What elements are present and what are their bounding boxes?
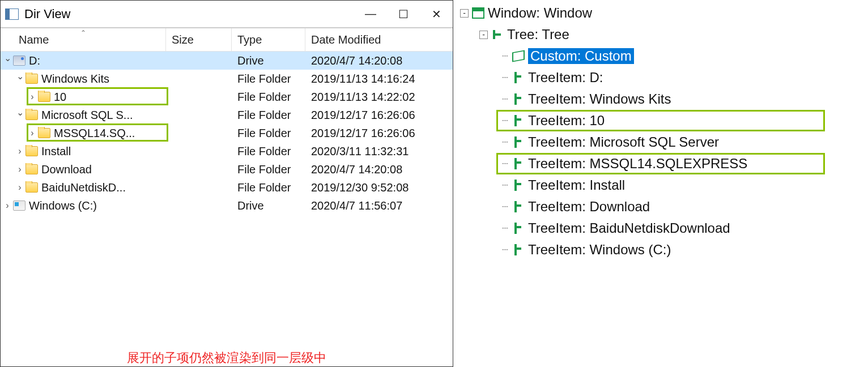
folder-icon xyxy=(25,74,38,84)
item-name: Install xyxy=(41,145,71,158)
ui-tree-row[interactable]: ┄TreeItem: Windows Kits xyxy=(460,88,868,110)
ui-tree-row[interactable]: ┄Custom: Custom xyxy=(460,45,868,67)
tree-item-label: TreeItem: BaiduNetdiskDownload xyxy=(528,220,730,236)
tree-connector-icon: ┄ xyxy=(499,136,511,148)
tree-row[interactable]: Microsoft SQL S...File Folder2019/12/17 … xyxy=(1,106,453,124)
item-date: 2020/4/7 11:56:07 xyxy=(305,199,453,212)
ui-tree-row[interactable]: ┄TreeItem: 10 xyxy=(460,110,868,131)
ui-tree-row[interactable]: ┄TreeItem: Install xyxy=(460,174,868,196)
item-type: File Folder xyxy=(232,181,305,194)
ui-tree-row[interactable]: ┄TreeItem: Windows (C:) xyxy=(460,239,868,261)
close-button[interactable]: ✕ xyxy=(420,1,453,27)
treeitem-icon xyxy=(512,223,525,234)
tree-row[interactable]: MSSQL14.SQ...File Folder2019/12/17 16:26… xyxy=(1,124,453,142)
tree-row[interactable]: DownloadFile Folder2020/4/7 14:20:08 xyxy=(1,160,453,178)
collapse-toggle-icon[interactable]: - xyxy=(460,9,469,18)
folder-icon xyxy=(25,164,38,174)
treeitem-icon xyxy=(512,136,525,148)
folder-icon xyxy=(25,146,38,156)
treeitem-icon xyxy=(512,244,525,255)
file-tree-body: D:Drive2020/4/7 14:20:08Windows KitsFile… xyxy=(1,52,453,339)
tree-connector-icon: ┄ xyxy=(499,222,511,234)
tree-connector-icon: ┄ xyxy=(499,50,511,62)
ui-tree-row[interactable]: ┄TreeItem: MSSQL14.SQLEXPRESS xyxy=(460,153,868,174)
column-header-type[interactable]: Type xyxy=(232,28,305,51)
chevron-down-icon[interactable] xyxy=(15,74,24,84)
folder-icon xyxy=(38,92,50,102)
sort-indicator-icon: ⌃ xyxy=(80,29,86,37)
chevron-right-icon[interactable] xyxy=(15,182,24,193)
chevron-right-icon[interactable] xyxy=(28,128,37,138)
treeitem-icon xyxy=(512,93,525,105)
tree-item-label: TreeItem: D: xyxy=(528,70,603,86)
item-type: File Folder xyxy=(232,163,305,176)
minimize-button[interactable]: — xyxy=(354,1,387,27)
treeitem-icon xyxy=(512,158,525,169)
chevron-down-icon[interactable] xyxy=(3,56,12,66)
treeitem-icon xyxy=(512,201,525,212)
ui-tree-row[interactable]: ┄TreeItem: Download xyxy=(460,196,868,217)
item-type: File Folder xyxy=(232,145,305,158)
tree-row[interactable]: BaiduNetdiskD...File Folder2019/12/30 9:… xyxy=(1,178,453,197)
item-type: Drive xyxy=(232,199,305,212)
tree-connector-icon: ┄ xyxy=(499,71,511,84)
tree-row[interactable]: D:Drive2020/4/7 14:20:08 xyxy=(1,52,453,70)
ui-tree-panel: -Window: Window-Tree: Tree┄Custom: Custo… xyxy=(458,0,868,367)
ui-tree-row[interactable]: -Tree: Tree xyxy=(460,24,868,45)
drive-icon xyxy=(13,56,25,66)
window-title: Dir View xyxy=(24,7,354,22)
item-name: BaiduNetdiskD... xyxy=(41,181,126,194)
tree-row[interactable]: InstallFile Folder2020/3/11 11:32:31 xyxy=(1,142,453,160)
tree-item-label: Window: Window xyxy=(488,5,592,21)
window-icon xyxy=(472,7,484,19)
item-name: D: xyxy=(29,54,40,67)
item-name: 10 xyxy=(54,91,66,104)
tree-item-label: TreeItem: Download xyxy=(528,199,650,215)
item-date: 2019/12/17 16:26:06 xyxy=(305,127,453,140)
item-type: File Folder xyxy=(232,72,305,86)
app-icon xyxy=(5,8,19,20)
column-header-row: ⌃ Name Size Type Date Modified xyxy=(1,28,453,52)
tree-item-label: TreeItem: Windows (C:) xyxy=(528,242,671,258)
item-date: 2020/4/7 14:20:08 xyxy=(305,163,453,176)
item-date: 2019/12/17 16:26:06 xyxy=(305,109,453,122)
item-name: Download xyxy=(41,163,92,176)
ui-tree-row[interactable]: -Window: Window xyxy=(460,2,868,24)
chevron-right-icon[interactable] xyxy=(15,146,24,156)
item-name: MSSQL14.SQ... xyxy=(54,127,135,140)
ui-tree-row[interactable]: ┄TreeItem: D: xyxy=(460,67,868,88)
item-name: Windows (C:) xyxy=(29,199,97,212)
tree-row[interactable]: Windows KitsFile Folder2019/11/13 14:16:… xyxy=(1,70,453,88)
drive-icon xyxy=(13,200,25,211)
chevron-right-icon[interactable] xyxy=(3,200,12,211)
tree-connector-icon: ┄ xyxy=(499,244,511,256)
treeitem-icon xyxy=(512,180,525,191)
ui-tree-row[interactable]: ┄TreeItem: Microsoft SQL Server xyxy=(460,131,868,153)
custom-icon xyxy=(512,50,525,62)
tree-connector-icon: ┄ xyxy=(499,179,511,191)
annotation-text: 展开的子项仍然被渲染到同一层级中 xyxy=(1,339,453,366)
folder-icon xyxy=(25,182,38,193)
collapse-toggle-icon[interactable]: - xyxy=(479,31,488,39)
chevron-right-icon[interactable] xyxy=(15,164,24,174)
treeitem-icon xyxy=(512,72,525,83)
chevron-right-icon[interactable] xyxy=(28,92,37,102)
item-name: Microsoft SQL S... xyxy=(41,109,133,122)
item-type: Drive xyxy=(232,54,305,67)
tree-item-label: TreeItem: Microsoft SQL Server xyxy=(528,134,719,150)
column-header-name[interactable]: ⌃ Name xyxy=(1,28,166,51)
tree-row[interactable]: 10File Folder2019/11/13 14:22:02 xyxy=(1,88,453,106)
item-date: 2019/11/13 14:22:02 xyxy=(305,91,453,104)
item-name: Windows Kits xyxy=(41,72,109,86)
chevron-down-icon[interactable] xyxy=(15,110,24,120)
item-date: 2020/3/11 11:32:31 xyxy=(305,145,453,158)
tree-row[interactable]: Windows (C:)Drive2020/4/7 11:56:07 xyxy=(1,197,453,215)
maximize-button[interactable]: ☐ xyxy=(387,1,420,27)
column-header-date[interactable]: Date Modified xyxy=(305,28,453,51)
titlebar[interactable]: Dir View — ☐ ✕ xyxy=(1,1,453,28)
ui-tree-row[interactable]: ┄TreeItem: BaiduNetdiskDownload xyxy=(460,217,868,239)
item-date: 2020/4/7 14:20:08 xyxy=(305,54,453,67)
folder-icon xyxy=(38,128,50,138)
tree-connector-icon: ┄ xyxy=(499,93,511,105)
column-header-size[interactable]: Size xyxy=(166,28,232,51)
